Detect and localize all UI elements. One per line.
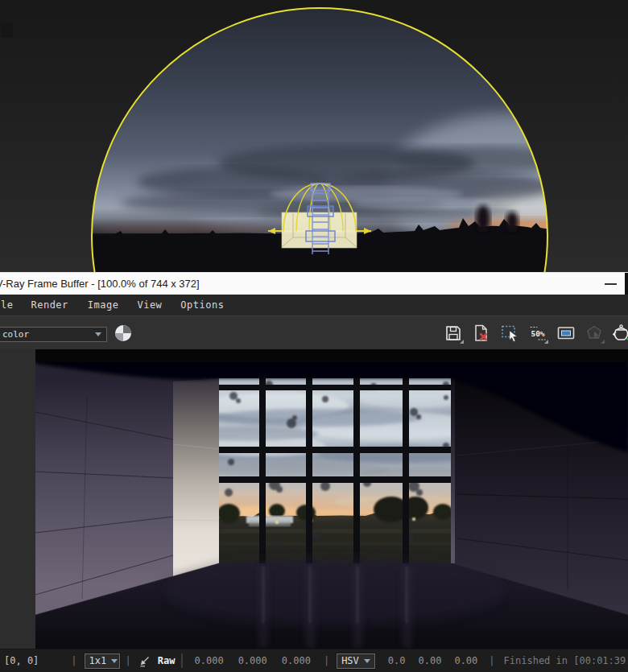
pixel-probe-icon <box>138 655 151 667</box>
chevron-down-icon <box>111 659 118 663</box>
window-title: V-Ray Frame Buffer - [100.0% of 744 x 37… <box>0 278 200 290</box>
menu-render[interactable]: Render <box>31 299 68 311</box>
raw-value-g: 0.000 <box>238 655 267 666</box>
channel-dropdown[interactable]: color <box>0 327 107 342</box>
zoom-level-button[interactable]: 50% <box>527 323 548 344</box>
separator: | <box>71 655 76 666</box>
menu-image[interactable]: Image <box>88 299 119 311</box>
zoom-50-icon: 50% <box>528 324 547 343</box>
track-mouse-icon <box>585 324 604 343</box>
raw-value-b: 0.000 <box>282 655 311 666</box>
window-view <box>174 378 486 563</box>
minimize-button[interactable] <box>605 283 617 285</box>
render-last-button[interactable] <box>612 323 628 344</box>
toolbar-icons: 50% <box>443 323 628 344</box>
vray-frame-buffer-window: V-Ray Frame Buffer - [100.0% of 744 x 37… <box>0 0 628 672</box>
raw-label: Raw <box>158 655 176 666</box>
display-window-button[interactable] <box>556 323 576 344</box>
color-clamp-icon[interactable] <box>114 324 132 342</box>
track-mouse-button <box>584 323 605 344</box>
separator: | <box>489 655 494 666</box>
render-canvas-area[interactable] <box>0 349 628 649</box>
color-mode-dropdown[interactable]: HSV <box>337 653 375 669</box>
save-icon <box>444 324 463 343</box>
screen-edge <box>625 273 628 295</box>
region-render-button[interactable] <box>499 323 520 344</box>
channel-dropdown-value: color <box>2 329 29 340</box>
save-image-button[interactable] <box>443 323 464 344</box>
raw-value-r: 0.000 <box>195 655 224 666</box>
pixel-coordinates: [0, 0] <box>4 655 39 666</box>
menu-file-cut[interactable]: le <box>1 299 13 311</box>
vfb-toolbar: color <box>0 315 628 349</box>
hsv-value-v: 0.00 <box>454 655 477 666</box>
render-time-status: Finished in [00:01:39.7] <box>504 655 628 666</box>
pixel-ratio-dropdown[interactable]: 1x1 <box>85 653 120 669</box>
menu-view[interactable]: View <box>137 299 162 311</box>
vfb-menubar: le Render Image View Options <box>0 295 628 315</box>
menu-options[interactable]: Options <box>180 299 224 311</box>
vfb-statusbar: [0, 0] | 1x1 | Raw 0.000 0.000 0.000 | H… <box>0 649 628 672</box>
hsv-value-s: 0.00 <box>419 655 442 666</box>
chevron-down-icon <box>364 659 370 663</box>
vfb-titlebar[interactable]: V-Ray Frame Buffer - [100.0% of 744 x 37… <box>0 272 628 295</box>
max-viewport[interactable] <box>0 0 628 272</box>
color-swatch <box>181 653 183 668</box>
clear-image-icon <box>472 324 491 343</box>
chevron-down-icon <box>95 332 101 336</box>
render-last-teapot-icon <box>613 324 628 343</box>
monitor-icon <box>556 324 576 343</box>
rendered-image <box>35 349 628 649</box>
region-render-icon <box>500 324 519 343</box>
separator: | <box>126 655 131 666</box>
clear-image-button[interactable] <box>471 323 492 344</box>
separator: | <box>324 655 329 666</box>
svg-text:50%: 50% <box>531 329 544 338</box>
viewport-corner-chip <box>1 23 13 38</box>
hsv-value-h: 0.0 <box>388 655 406 666</box>
dome-sky-scene <box>0 0 628 272</box>
